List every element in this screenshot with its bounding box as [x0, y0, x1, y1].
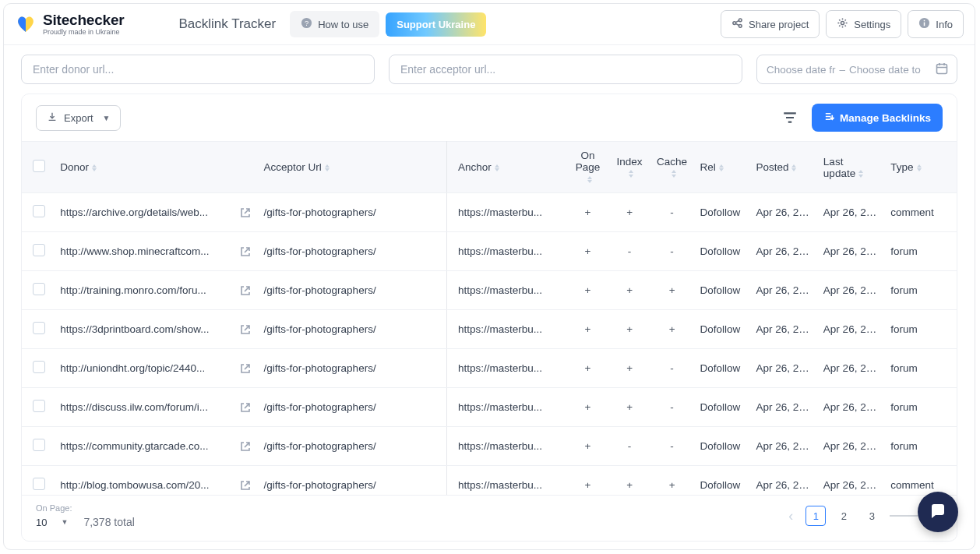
donor-url[interactable]: https://discuss.ilw.com/forum/i...	[60, 401, 232, 413]
column-header-index[interactable]: Index	[608, 142, 650, 193]
brand-name: Sitechecker	[43, 12, 124, 27]
cell-acceptor[interactable]: /gifts-for-photographers/	[258, 466, 447, 496]
row-checkbox[interactable]	[33, 439, 45, 451]
cell-acceptor[interactable]: /gifts-for-photographers/	[258, 232, 447, 271]
cell-acceptor[interactable]: /gifts-for-photographers/	[258, 310, 447, 349]
cell-onpage: +	[567, 466, 609, 496]
support-ukraine-button[interactable]: Support Ukraine	[386, 12, 486, 37]
donor-url[interactable]: http://uniondht.org/topic/2440...	[60, 362, 232, 374]
question-icon: ?	[301, 17, 312, 31]
row-checkbox-cell	[22, 232, 55, 271]
cell-anchor[interactable]: https://masterbu...	[446, 271, 566, 310]
column-header-type[interactable]: Type	[884, 142, 957, 193]
filter-button[interactable]	[777, 105, 802, 130]
cell-posted: Apr 26, 2022	[749, 427, 816, 466]
acceptor-url-input[interactable]	[389, 55, 742, 84]
external-link-icon[interactable]	[239, 479, 252, 492]
share-project-button[interactable]: Share project	[721, 10, 820, 38]
manage-backlinks-button[interactable]: Manage Backlinks	[812, 104, 943, 132]
donor-url[interactable]: http://blog.tombowusa.com/20...	[60, 479, 232, 491]
info-button[interactable]: Info	[908, 10, 964, 38]
pagination-page-3[interactable]: 3	[862, 506, 882, 526]
row-checkbox[interactable]	[33, 283, 45, 295]
column-header-donor[interactable]: Donor	[55, 142, 257, 193]
backlinks-table-card: Export ▼ Manage Backlinks	[21, 94, 957, 542]
external-link-icon[interactable]	[239, 401, 252, 414]
cell-anchor[interactable]: https://masterbu...	[446, 388, 566, 427]
row-checkbox[interactable]	[33, 361, 45, 373]
row-checkbox[interactable]	[33, 244, 45, 256]
settings-button[interactable]: Settings	[826, 10, 901, 38]
cell-donor: http://www.shop.minecraftcom...	[55, 232, 257, 271]
gear-icon	[837, 17, 848, 31]
page-size-value: 10	[36, 517, 47, 528]
cell-onpage: +	[567, 193, 609, 232]
export-button[interactable]: Export ▼	[36, 105, 121, 131]
heart-icon	[15, 15, 37, 34]
row-checkbox-cell	[22, 388, 55, 427]
table-row: https://community.gtarcade.co.../gifts-f…	[22, 427, 957, 466]
cell-acceptor[interactable]: /gifts-for-photographers/	[258, 271, 447, 310]
sort-icon	[719, 164, 724, 172]
row-checkbox[interactable]	[33, 478, 45, 490]
column-header-anchor[interactable]: Anchor	[446, 142, 566, 193]
page-size-select[interactable]: 10 ▼	[36, 517, 68, 528]
cell-anchor[interactable]: https://masterbu...	[446, 427, 566, 466]
table-row: http://blog.tombowusa.com/20.../gifts-fo…	[22, 466, 957, 496]
cell-anchor[interactable]: https://masterbu...	[446, 310, 566, 349]
sort-icon	[92, 164, 97, 172]
cell-index: +	[608, 271, 650, 310]
cell-type: comment	[884, 193, 957, 232]
donor-url[interactable]: http://www.shop.minecraftcom...	[60, 245, 232, 257]
cell-anchor[interactable]: https://masterbu...	[446, 232, 566, 271]
donor-url[interactable]: https://3dprintboard.com/show...	[60, 323, 232, 335]
row-checkbox[interactable]	[33, 205, 45, 217]
chat-button[interactable]	[918, 492, 958, 532]
row-checkbox[interactable]	[33, 322, 45, 334]
how-to-use-button[interactable]: ? How to use	[290, 11, 379, 37]
cell-acceptor[interactable]: /gifts-for-photographers/	[258, 193, 447, 232]
row-checkbox[interactable]	[33, 400, 45, 412]
column-header-posted[interactable]: Posted	[749, 142, 816, 193]
external-link-icon[interactable]	[239, 245, 252, 258]
cell-anchor[interactable]: https://masterbu...	[446, 349, 566, 388]
pagination-page-2[interactable]: 2	[834, 506, 854, 526]
external-link-icon[interactable]	[239, 440, 252, 453]
pagination-page-1[interactable]: 1	[806, 506, 826, 526]
column-header-cache[interactable]: Cache	[650, 142, 694, 193]
date-range-picker[interactable]: Choose date fr – Choose date to	[756, 55, 957, 84]
cell-acceptor[interactable]: /gifts-for-photographers/	[258, 349, 447, 388]
cell-acceptor[interactable]: /gifts-for-photographers/	[258, 427, 447, 466]
pagination-ellipsis	[890, 515, 918, 517]
donor-url[interactable]: https://archive.org/details/web...	[60, 206, 232, 218]
cell-donor: http://training.monro.com/foru...	[55, 271, 257, 310]
donor-url[interactable]: https://community.gtarcade.co...	[60, 440, 232, 452]
cell-anchor[interactable]: https://masterbu...	[446, 193, 566, 232]
column-header-acceptor[interactable]: Acceptor Url	[258, 142, 447, 193]
backlinks-table: Donor Acceptor Url Anchor On Page Index …	[22, 141, 957, 495]
share-icon	[731, 17, 743, 31]
column-header-updated[interactable]: Last update	[817, 142, 884, 193]
cell-acceptor[interactable]: /gifts-for-photographers/	[258, 388, 447, 427]
external-link-icon[interactable]	[239, 323, 252, 336]
how-to-use-label: How to use	[318, 19, 368, 30]
pagination-prev[interactable]: ‹	[784, 508, 798, 524]
row-checkbox-cell	[22, 193, 55, 232]
select-all-checkbox[interactable]	[33, 160, 45, 172]
cell-posted: Apr 26, 2022	[749, 271, 816, 310]
external-link-icon[interactable]	[239, 362, 252, 375]
donor-url[interactable]: http://training.monro.com/foru...	[60, 284, 232, 296]
donor-url-input[interactable]	[21, 55, 375, 84]
column-header-checkbox[interactable]	[22, 142, 55, 193]
external-link-icon[interactable]	[239, 284, 252, 297]
column-header-rel[interactable]: Rel	[693, 142, 749, 193]
brand-logo[interactable]: Sitechecker Proudly made in Ukraine	[15, 12, 124, 36]
external-link-icon[interactable]	[239, 206, 252, 219]
column-header-onpage[interactable]: On Page	[567, 142, 609, 193]
cell-cache: +	[650, 466, 694, 496]
support-ukraine-label: Support Ukraine	[397, 19, 475, 30]
table-row: https://3dprintboard.com/show.../gifts-f…	[22, 310, 957, 349]
cell-anchor[interactable]: https://masterbu...	[446, 466, 566, 496]
brand-tagline: Proudly made in Ukraine	[43, 29, 124, 36]
cell-cache: -	[650, 232, 694, 271]
